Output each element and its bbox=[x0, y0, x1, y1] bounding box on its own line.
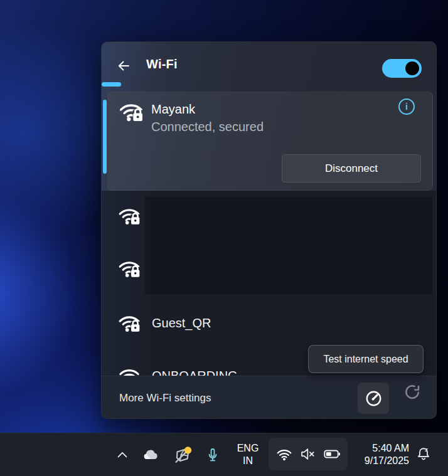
network-name: Guest_QR bbox=[152, 316, 211, 331]
wifi-toggle[interactable] bbox=[382, 59, 422, 78]
flyout-footer: More Wi-Fi settings bbox=[102, 376, 436, 419]
selected-item-indicator bbox=[103, 100, 107, 174]
volume-muted-icon bbox=[299, 445, 317, 463]
language-line2: IN bbox=[243, 455, 253, 467]
battery-icon bbox=[323, 445, 341, 463]
disconnect-label: Disconnect bbox=[325, 162, 378, 175]
app-tray-icon-with-badge[interactable] bbox=[171, 444, 195, 467]
desktop: Wi-Fi bbox=[0, 0, 448, 476]
taskbar: ENG IN 5:40 AM 9/17/2025 bbox=[0, 433, 448, 476]
refresh-networks-button[interactable] bbox=[402, 382, 422, 402]
speedometer-icon bbox=[364, 389, 383, 408]
slashed-cube-icon bbox=[172, 445, 193, 466]
onedrive-tray-icon[interactable] bbox=[139, 445, 162, 466]
connected-network-name: Mayank bbox=[151, 100, 195, 118]
tooltip: Test internet speed bbox=[308, 345, 424, 373]
notification-center-button[interactable]: z bbox=[414, 445, 434, 465]
refresh-icon bbox=[402, 382, 422, 402]
chevron-up-icon bbox=[115, 448, 129, 462]
clock-time: 5:40 AM bbox=[372, 442, 409, 455]
redaction-overlay bbox=[145, 196, 432, 294]
page-title: Wi-Fi bbox=[146, 57, 178, 71]
wifi-secured-icon bbox=[117, 256, 142, 281]
bell-do-not-disturb-icon: z bbox=[414, 445, 433, 463]
flyout-header: Wi-Fi bbox=[102, 42, 436, 84]
more-wifi-settings-link[interactable]: More Wi-Fi settings bbox=[119, 376, 211, 419]
notification-badge bbox=[184, 447, 191, 453]
wifi-secured-icon bbox=[117, 98, 145, 128]
back-arrow-icon bbox=[114, 58, 133, 73]
cloud-icon bbox=[141, 445, 161, 465]
microphone-icon bbox=[204, 447, 221, 464]
network-info-button[interactable]: i bbox=[398, 98, 415, 115]
connected-network-status: Connected, secured bbox=[151, 118, 264, 135]
tooltip-text: Test internet speed bbox=[323, 354, 408, 365]
toggle-knob bbox=[405, 61, 419, 75]
flyout-top-section: Wi-Fi bbox=[102, 42, 436, 191]
show-hidden-icons-button[interactable] bbox=[114, 447, 131, 463]
info-icon: i bbox=[405, 102, 408, 112]
wifi-secured-icon bbox=[117, 203, 142, 228]
back-button[interactable] bbox=[114, 58, 133, 73]
wifi-status-icon bbox=[275, 445, 294, 463]
clock[interactable]: 5:40 AM 9/17/2025 bbox=[351, 438, 409, 471]
accent-underline bbox=[102, 82, 121, 87]
language-line1: ENG bbox=[237, 442, 259, 455]
wifi-secured-icon bbox=[117, 310, 142, 336]
system-tray-group[interactable] bbox=[269, 438, 348, 470]
wifi-flyout-panel: Wi-Fi bbox=[101, 41, 437, 419]
clock-date: 9/17/2025 bbox=[365, 455, 409, 467]
svg-text:z: z bbox=[425, 446, 428, 453]
language-indicator[interactable]: ENG IN bbox=[233, 438, 262, 471]
disconnect-button[interactable]: Disconnect bbox=[282, 154, 421, 182]
network-list-item[interactable]: Guest_QR bbox=[117, 310, 211, 336]
microphone-tray-icon[interactable] bbox=[203, 445, 222, 465]
connected-network-panel[interactable]: Mayank Connected, secured i Disconnect bbox=[107, 92, 433, 191]
test-internet-speed-button[interactable] bbox=[358, 383, 389, 414]
